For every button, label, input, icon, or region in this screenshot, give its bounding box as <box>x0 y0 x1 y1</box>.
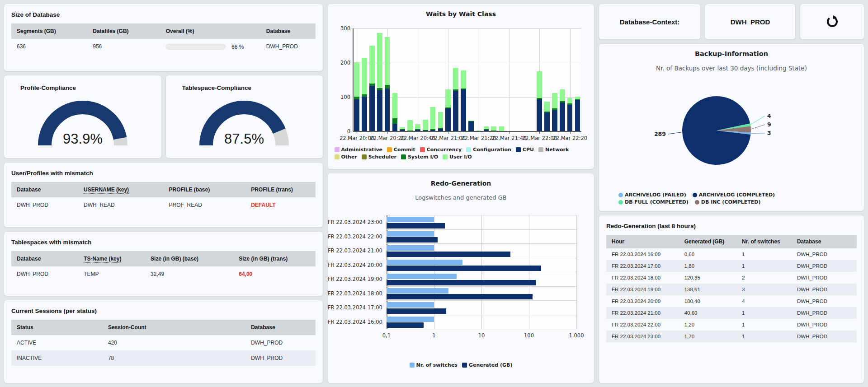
legend-item[interactable]: Scheduler <box>362 154 396 160</box>
overall-progressbar <box>166 44 226 50</box>
legend-item[interactable]: DB FULL (COMPLETED) <box>618 199 689 205</box>
legend-swatch <box>401 154 406 159</box>
legend-item[interactable]: User I/O <box>443 154 472 160</box>
stacked-bar-segment-user_io <box>407 120 413 131</box>
table-cell: FR 22.03.2024 16:00 <box>606 248 679 260</box>
bar-nr-of-switches <box>387 288 448 294</box>
x-tick-label: 22.Mar 22:20 <box>552 135 587 141</box>
stacked-bar-segment-system_io <box>369 84 375 86</box>
legend-label: ARCHIVELOG (COMPLETED) <box>699 192 775 198</box>
table-cell: DWH_PROD <box>792 284 857 295</box>
table-cell: 420 <box>103 335 245 350</box>
category-row <box>387 301 576 315</box>
legend-item[interactable]: Generated (GB) <box>462 362 513 368</box>
table-row: 636 956 66 % DWH_PROD <box>11 39 316 55</box>
table-cell: FR 22.03.2024 23:00 <box>606 331 679 342</box>
legend-item[interactable]: Nr. of switches <box>410 362 458 368</box>
bar-nr-of-switches <box>387 274 457 279</box>
legend-item[interactable]: System I/O <box>401 154 438 160</box>
stacked-bar-segment-user_io <box>537 71 542 98</box>
stacked-bar-segment-system_io <box>445 107 451 108</box>
gridline <box>509 28 509 131</box>
stacked-bar-segment-user_io <box>423 120 428 130</box>
legend-item[interactable]: Commit <box>387 147 415 153</box>
table-header-row: StatusSession-CountDatabase <box>11 320 316 335</box>
table-cell: 180,40 <box>679 295 736 307</box>
redo-chart-legend: Nr. of switchesGenerated (GB) <box>410 362 513 368</box>
pie-value-label: 9 <box>767 121 771 128</box>
refresh-button[interactable] <box>800 4 864 40</box>
legend-label: Concurrency <box>427 147 462 153</box>
table-cell: FR 22.03.2024 21:00 <box>606 307 679 319</box>
legend-item[interactable]: Administrative <box>335 147 383 153</box>
svg-text:93.9%: 93.9% <box>63 131 103 147</box>
stacked-bar-segment-cpu <box>567 105 573 131</box>
legend-item[interactable]: Concurrency <box>420 147 462 153</box>
stacked-bar-segment-cpu <box>377 90 382 131</box>
chart-subtitle: Nr. of Backups over last 30 days (includ… <box>599 57 864 72</box>
ts-name-value: TEMP <box>78 266 145 282</box>
table-row: FR 22.03.2024 19:00138,613DWH_PROD <box>606 284 857 295</box>
stacked-bar-segment-user_io <box>430 107 436 129</box>
profile-compliance-gauge: 93.9% <box>4 92 161 149</box>
backup-pie-chart: 493289 <box>599 75 864 177</box>
stacked-bar-segment-cpu <box>544 112 550 131</box>
stacked-bar-segment-user_io <box>453 68 458 89</box>
table-cell: FR 22.03.2024 20:00 <box>606 295 679 307</box>
database-context-row: Database-Context: DWH_PROD <box>599 4 864 40</box>
stacked-bar-segment-system_io <box>415 129 420 130</box>
tablespace-compliance-panel: Tablespace-Compliance 87.5% <box>165 75 324 159</box>
stacked-bar-segment-cpu <box>453 91 458 131</box>
legend-label: ARCHIVELOG (FAILED) <box>625 192 686 198</box>
size-trans-value: 64,00 <box>233 266 316 282</box>
panel-title: Tablespace-Compliance <box>166 75 323 91</box>
column-header: Nr. of switches <box>736 235 792 248</box>
category-row <box>387 244 576 258</box>
compliance-gauges-row: Profile-Compliance 93.9% Tablespace-Comp… <box>4 75 323 159</box>
database-context-value-card[interactable]: DWH_PROD <box>705 4 796 40</box>
redo-chart-plot <box>387 215 576 329</box>
pie-value-label: 3 <box>767 130 771 136</box>
x-tick-label: 22.Mar 21:20 <box>461 135 496 141</box>
current-sessions-panel: Current Sessions (per status) StatusSess… <box>4 300 323 383</box>
chart-subtitle: Logswitches and generated GB <box>328 187 594 201</box>
table-header-row: Database TS-Name (key) Size (in GB) (bas… <box>11 251 316 266</box>
stacked-bar-segment-cpu <box>537 99 542 131</box>
table-row: FR 22.03.2024 17:001,801DWH_PROD <box>606 260 857 272</box>
chart-title: Waits by Wait Class <box>328 4 594 18</box>
column-header: Datafiles (GB) <box>87 23 160 39</box>
table-cell: 1,20 <box>679 319 736 331</box>
column-header: PROFILE (trans) <box>245 182 316 197</box>
profile-base-value: PROF_READ <box>163 197 245 213</box>
legend-item[interactable]: Other <box>335 154 357 160</box>
table-cell: 4 <box>736 295 792 307</box>
stacked-bar-segment-system_io <box>453 89 458 90</box>
table-cell: DWH_PROD <box>792 260 857 272</box>
stacked-bar-segment-system_io <box>438 128 443 129</box>
legend-label: Scheduler <box>368 154 396 160</box>
database-value: DWH_PROD <box>11 197 78 213</box>
x-tick <box>448 131 448 134</box>
size-base-value: 32,49 <box>145 266 233 282</box>
x-tick-label: 22.Mar 20:00 <box>340 135 374 141</box>
legend-label: Network <box>545 147 569 153</box>
legend-item[interactable]: ARCHIVELOG (FAILED) <box>618 192 686 198</box>
column-header: USERNAME (key) <box>78 182 163 197</box>
category-label: FR 22.03.2024 16:00 <box>328 319 382 325</box>
database-context-value: DWH_PROD <box>731 18 770 26</box>
legend-swatch <box>466 147 471 152</box>
table-cell: FR 22.03.2024 18:00 <box>606 272 679 284</box>
stacked-bar-segment-system_io <box>537 98 542 99</box>
segments-value: 636 <box>11 39 87 55</box>
legend-item[interactable]: DB INC (COMPLETED) <box>695 199 761 205</box>
redo-generation-table-panel: Redo-Generation (last 8 hours) HourGener… <box>599 215 864 383</box>
category-label: FR 22.03.2024 18:00 <box>328 290 382 297</box>
legend-item[interactable]: CPU <box>516 147 534 153</box>
legend-item[interactable]: ARCHIVELOG (COMPLETED) <box>693 192 775 198</box>
legend-label: CPU <box>523 147 534 153</box>
legend-label: DB INC (COMPLETED) <box>701 199 761 205</box>
legend-item[interactable]: Network <box>538 147 569 153</box>
database-context-label: Database-Context: <box>620 18 680 26</box>
bar-generated-gb <box>387 322 424 328</box>
legend-item[interactable]: Configuration <box>466 147 511 153</box>
